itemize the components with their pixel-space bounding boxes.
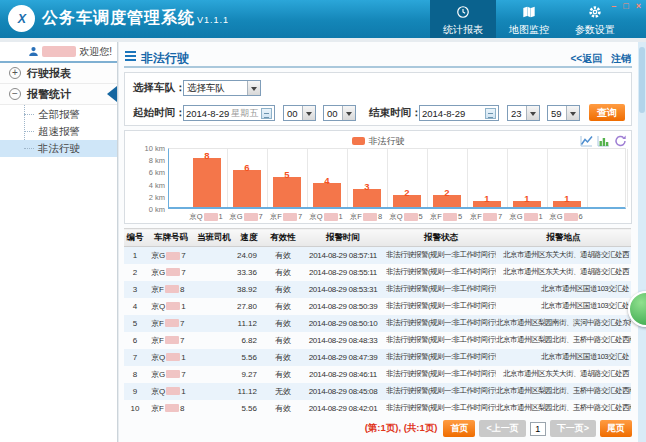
cell-speed: 27.80 bbox=[232, 298, 266, 315]
first-page-button[interactable]: 首页 bbox=[443, 420, 475, 437]
start-minute-select[interactable]: 00 bbox=[323, 105, 356, 121]
chart-bar[interactable] bbox=[193, 158, 221, 207]
nav-button-stats-report[interactable]: 统计报表 bbox=[430, 0, 496, 38]
table-row[interactable]: 8京G79.27有效2014-08-29 08:46:11非法行驶报警(规则一:… bbox=[124, 366, 631, 383]
calendar-icon[interactable] bbox=[261, 108, 272, 119]
prev-page-button[interactable]: <上一页 bbox=[479, 420, 525, 437]
column-header: 当班司机 bbox=[196, 229, 232, 247]
collapse-minus-icon[interactable]: − bbox=[9, 88, 21, 100]
last-page-button[interactable]: 尾页 bbox=[600, 420, 632, 437]
cell-no: 4 bbox=[124, 298, 146, 315]
redaction bbox=[166, 387, 180, 395]
cell-no: 1 bbox=[124, 247, 146, 264]
table-row[interactable]: 1京G724.09有效2014-08-29 08:57:11非法行驶报警(规则一… bbox=[124, 247, 631, 264]
chart-legend: 非法行驶 bbox=[125, 135, 631, 148]
cell-time: 2014-08-29 08:50:39 bbox=[300, 298, 386, 315]
window-controls: – □ × bbox=[611, 1, 641, 11]
end-date-input[interactable]: 2014-8-29 bbox=[419, 105, 499, 121]
calendar-icon[interactable] bbox=[485, 108, 496, 119]
chart-bar[interactable] bbox=[273, 177, 301, 208]
cell-valid: 有效 bbox=[266, 298, 300, 315]
cell-location: 北京市通州区梨园北街、玉桥中路交汇处西南413米北京市 bbox=[496, 383, 631, 400]
cell-plate: 京G7 bbox=[146, 247, 196, 264]
cell-status: 非法行驶报警(规则一:非工作时间行驶) bbox=[386, 247, 496, 264]
cell-no: 7 bbox=[124, 349, 146, 366]
cell-driver bbox=[196, 264, 232, 281]
sidebar-item-illegal-driving[interactable]: 非法行驶 bbox=[0, 140, 117, 157]
next-page-button[interactable]: 下一页> bbox=[550, 420, 596, 437]
close-icon[interactable]: × bbox=[636, 1, 641, 11]
cell-driver bbox=[196, 332, 232, 349]
cell-time: 2014-08-29 08:46:11 bbox=[300, 366, 386, 383]
table-row[interactable]: 9京Q111.12无效2014-08-29 08:45:08非法行驶报警(规则一… bbox=[124, 383, 631, 400]
table-row[interactable]: 2京G733.36有效2014-08-29 08:55:11非法行驶报警(规则一… bbox=[124, 264, 631, 281]
start-hour-select[interactable]: 00 bbox=[283, 105, 316, 121]
cell-driver bbox=[196, 383, 232, 400]
table-row[interactable]: 4京Q127.80有效2014-08-29 08:50:39非法行驶报警(规则一… bbox=[124, 298, 631, 315]
top-nav: 统计报表地图监控参数设置 bbox=[430, 0, 628, 38]
y-tick-label: 2 km bbox=[127, 193, 165, 202]
scrollbar[interactable] bbox=[638, 42, 646, 442]
sidebar-item-speeding-alarms[interactable]: 超速报警 bbox=[0, 123, 117, 140]
cell-status: 非法行驶报警(规则一:非工作时间行驶) bbox=[386, 332, 496, 349]
svg-text:X: X bbox=[17, 12, 27, 26]
back-link[interactable]: <<返回 bbox=[571, 53, 603, 64]
cell-status: 非法行驶报警(规则一:非工作时间行驶) bbox=[386, 298, 496, 315]
filter-panel: 选择车队： 选择车队 起始时间： 2014-8-29 星期五 00 00 结束时… bbox=[124, 72, 632, 126]
cell-valid: 有效 bbox=[266, 247, 300, 264]
start-time-label: 起始时间： bbox=[133, 106, 186, 120]
sidebar-item-driving-report[interactable]: + 行驶报表 bbox=[0, 63, 117, 84]
chart-bar[interactable] bbox=[233, 170, 261, 207]
chart-panel: 非法行驶 10 km8 km6 km4 km2 km0 km 865432211… bbox=[124, 130, 632, 224]
search-button[interactable]: 查询 bbox=[589, 104, 625, 121]
y-tick-label: 4 km bbox=[127, 181, 165, 190]
redaction bbox=[166, 302, 180, 310]
chart-bar[interactable] bbox=[313, 183, 341, 207]
table-row[interactable]: 7京Q15.56有效2014-08-29 08:47:39非法行驶报警(规则一:… bbox=[124, 349, 631, 366]
fleet-select[interactable]: 选择车队 bbox=[183, 80, 261, 96]
expand-plus-icon[interactable]: + bbox=[9, 67, 21, 79]
cell-time: 2014-08-29 08:53:31 bbox=[300, 281, 386, 298]
end-hour-select[interactable]: 23 bbox=[507, 105, 540, 121]
redaction bbox=[363, 213, 377, 221]
sidebar-item-alarm-stats[interactable]: − 报警统计 bbox=[0, 84, 117, 105]
nav-button-map-monitor[interactable]: 地图监控 bbox=[496, 0, 562, 38]
sidebar-item-all-alarms[interactable]: 全部报警 bbox=[0, 106, 117, 123]
main-content: 非法行驶 <<返回 注销 选择车队： 选择车队 起始时间： 2014-8-29 … bbox=[119, 42, 638, 442]
x-tick-label: 京Q5 bbox=[384, 212, 428, 222]
cell-valid: 有效 bbox=[266, 281, 300, 298]
nav-label: 统计报表 bbox=[430, 23, 496, 37]
y-tick-label: 8 km bbox=[127, 156, 165, 165]
end-time-label: 结束时间： bbox=[369, 106, 422, 120]
page-info: (第:1页), (共:1页) bbox=[365, 422, 438, 435]
cell-plate: 京Q1 bbox=[146, 349, 196, 366]
gridline bbox=[307, 149, 308, 207]
table-row[interactable]: 10京F85.56有效2014-08-29 08:42:01非法行驶报警(规则一… bbox=[124, 400, 631, 417]
gridline bbox=[587, 149, 588, 207]
maximize-icon[interactable]: □ bbox=[623, 1, 628, 11]
bar-value-label: 1 bbox=[553, 193, 581, 204]
redaction bbox=[165, 404, 179, 412]
page-number-input[interactable] bbox=[530, 422, 546, 436]
cell-driver bbox=[196, 400, 232, 417]
start-date-input[interactable]: 2014-8-29 星期五 bbox=[183, 105, 275, 121]
end-minute-select[interactable]: 59 bbox=[547, 105, 580, 121]
cell-location: 北京市通州区梨园南街、滨河中路交汇处东南917米通州 bbox=[496, 315, 631, 332]
table-row[interactable]: 3京F838.92有效2014-08-29 08:53:31非法行驶报警(规则一… bbox=[124, 281, 631, 298]
minimize-icon[interactable]: – bbox=[611, 1, 616, 11]
table-row[interactable]: 6京F76.82有效2014-08-29 08:48:33非法行驶报警(规则一:… bbox=[124, 332, 631, 349]
y-tick-label: 10 km bbox=[127, 144, 165, 153]
table-row[interactable]: 5京F711.12有效2014-08-29 08:50:10非法行驶报警(规则一… bbox=[124, 315, 631, 332]
bar-value-label: 3 bbox=[353, 181, 381, 192]
gear-icon bbox=[588, 5, 602, 22]
cell-location: 北京市通州区国道103交汇处 bbox=[496, 298, 631, 315]
active-group-arrow bbox=[107, 86, 117, 102]
cell-plate: 京Q1 bbox=[146, 298, 196, 315]
cell-speed: 11.12 bbox=[232, 383, 266, 400]
scrollbar-thumb[interactable] bbox=[639, 47, 645, 113]
redaction bbox=[165, 319, 179, 327]
cell-speed: 11.12 bbox=[232, 315, 266, 332]
cell-speed: 5.56 bbox=[232, 400, 266, 417]
logout-link[interactable]: 注销 bbox=[611, 53, 631, 64]
gridline bbox=[427, 149, 428, 207]
